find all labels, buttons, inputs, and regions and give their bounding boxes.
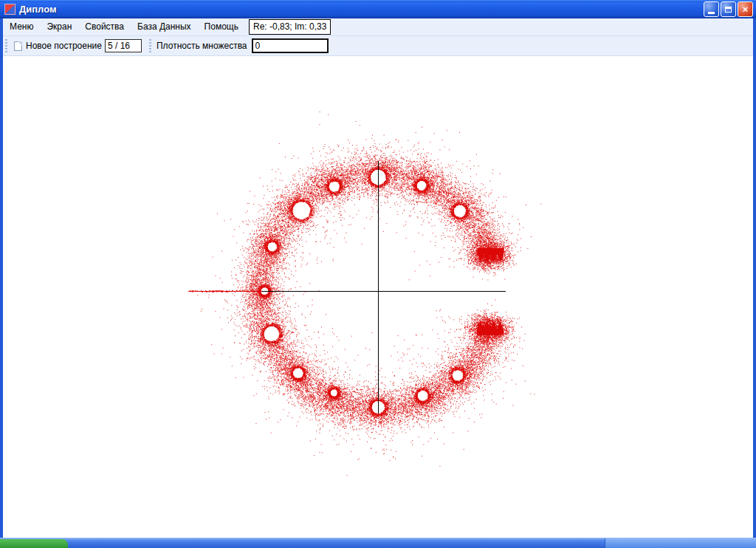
menubar: Меню Экран Свойства База Данных Помощь R… <box>3 18 753 36</box>
window-border-left <box>0 18 3 548</box>
new-construction-label: Новое построение <box>26 41 102 51</box>
fractal-canvas[interactable] <box>3 56 753 538</box>
app-icon <box>4 4 16 15</box>
menu-item-database[interactable]: База Данных <box>131 18 198 35</box>
client-area <box>3 56 753 538</box>
new-document-icon <box>14 41 22 51</box>
coords-display: Re: -0,83; Im: 0,33 <box>249 19 331 35</box>
toolbar-grip[interactable] <box>5 39 7 52</box>
minimize-button[interactable] <box>704 1 719 17</box>
titlebar[interactable]: Диплом × <box>0 0 756 18</box>
fraction-input[interactable] <box>105 39 142 52</box>
window-title: Диплом <box>19 4 702 15</box>
menu-item-properties[interactable]: Свойства <box>78 18 131 35</box>
toolbar-grip-2[interactable] <box>149 39 151 52</box>
system-tray-fragment <box>605 538 756 548</box>
maximize-icon <box>725 7 732 13</box>
start-button-fragment[interactable] <box>0 539 68 548</box>
menu-item-screen[interactable]: Экран <box>40 18 78 35</box>
minimize-icon <box>708 12 715 14</box>
density-label: Плотность множества <box>155 41 252 51</box>
taskbar[interactable] <box>0 538 756 548</box>
close-icon: × <box>743 4 749 14</box>
app-window: Диплом × Меню Экран Свойства База Данных… <box>0 0 756 548</box>
close-button[interactable]: × <box>738 1 753 17</box>
menu-item-menu[interactable]: Меню <box>3 18 40 35</box>
window-border-right <box>753 18 756 548</box>
maximize-button[interactable] <box>721 1 736 17</box>
toolbar: Новое построение Плотность множества <box>3 36 753 56</box>
new-construction-button[interactable]: Новое построение <box>11 39 105 52</box>
density-input[interactable] <box>252 38 329 53</box>
menu-item-help[interactable]: Помощь <box>198 18 245 35</box>
